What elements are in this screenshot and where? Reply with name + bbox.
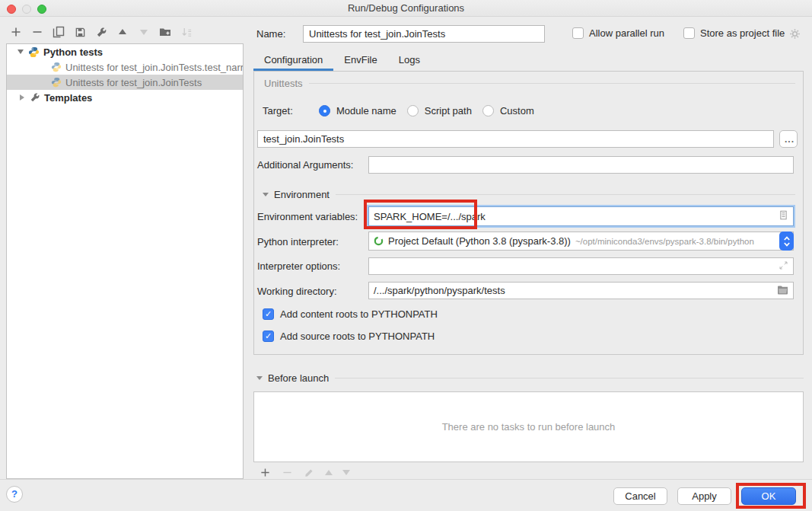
store-as-project-file-checkbox[interactable]: Store as project file bbox=[683, 27, 785, 39]
name-input[interactable] bbox=[303, 25, 545, 43]
tab-logs[interactable]: Logs bbox=[388, 50, 431, 71]
window-controls bbox=[7, 5, 46, 14]
working-directory-input[interactable]: /.../spark/python/pyspark/tests bbox=[368, 282, 794, 299]
checkbox-icon[interactable] bbox=[683, 27, 695, 39]
tree-item-templates[interactable]: Templates bbox=[7, 90, 243, 105]
tree-item-label: Unittests for test_join.JoinTests bbox=[65, 77, 202, 88]
divider bbox=[335, 378, 804, 378]
edit-variables-icon[interactable] bbox=[779, 210, 788, 222]
before-launch-task-list: There are no tasks to run before launch bbox=[253, 391, 804, 462]
before-launch-empty-text: There are no tasks to run before launch bbox=[442, 421, 616, 433]
unittests-group-header: Unittests bbox=[264, 78, 795, 89]
checkbox-checked-icon[interactable]: ✓ bbox=[263, 331, 274, 342]
divider bbox=[336, 194, 795, 195]
group-title: Unittests bbox=[264, 78, 303, 89]
checkbox-icon[interactable] bbox=[572, 27, 584, 39]
interpreter-options-input[interactable] bbox=[368, 257, 794, 275]
python-interpreter-label: Python interpreter: bbox=[257, 236, 339, 248]
working-directory-label: Working directory: bbox=[257, 286, 337, 297]
move-task-down-icon bbox=[342, 470, 350, 475]
interpreter-dropdown-stepper-icon[interactable] bbox=[779, 232, 794, 251]
expand-field-icon[interactable] bbox=[779, 260, 788, 273]
additional-arguments-label: Additional Arguments: bbox=[257, 159, 353, 171]
radio-label: Custom bbox=[500, 105, 534, 117]
radio-custom[interactable]: Custom bbox=[482, 105, 534, 117]
divider bbox=[309, 83, 795, 84]
remove-task-icon bbox=[281, 466, 293, 478]
close-window-button[interactable] bbox=[7, 5, 16, 14]
name-label: Name: bbox=[256, 28, 285, 40]
wrench-icon bbox=[30, 92, 40, 103]
environment-variables-input[interactable]: SPARK_HOME=/.../spark bbox=[368, 206, 794, 226]
python-run-config-icon bbox=[51, 62, 62, 72]
add-content-roots-checkbox[interactable]: ✓ Add content roots to PYTHONPATH bbox=[263, 308, 438, 320]
move-down-icon[interactable] bbox=[138, 26, 150, 38]
collapse-arrow-icon[interactable] bbox=[256, 376, 263, 380]
environment-variables-label: Environment variables: bbox=[257, 211, 358, 222]
add-task-icon[interactable] bbox=[259, 466, 271, 478]
ok-button[interactable]: OK bbox=[741, 487, 796, 505]
configurations-tree: Python tests Unittests for test_join.Joi… bbox=[6, 43, 244, 479]
radio-script-path[interactable]: Script path bbox=[407, 105, 472, 117]
store-settings-gear-icon[interactable] bbox=[788, 27, 801, 40]
tree-item-unittest-narrow[interactable]: Unittests for test_join.JoinTests.test_n… bbox=[7, 59, 243, 75]
edit-templates-icon[interactable] bbox=[95, 26, 107, 38]
configuration-tabs: Configuration EnvFile Logs bbox=[253, 50, 431, 71]
help-button[interactable]: ? bbox=[6, 486, 23, 503]
zoom-window-button[interactable] bbox=[37, 5, 46, 14]
radio-icon[interactable] bbox=[482, 105, 494, 117]
environment-variables-value: SPARK_HOME=/.../spark bbox=[374, 211, 779, 222]
save-configuration-icon[interactable] bbox=[74, 26, 86, 38]
window-title: Run/Debug Configurations bbox=[0, 0, 812, 16]
tree-item-python-tests[interactable]: Python tests bbox=[7, 44, 243, 59]
configuration-form: Unittests Target: Module name Script pat… bbox=[253, 71, 804, 355]
tab-envfile[interactable]: EnvFile bbox=[333, 50, 387, 71]
collapse-arrow-icon[interactable] bbox=[263, 193, 269, 196]
checkbox-checked-icon[interactable]: ✓ bbox=[263, 308, 274, 320]
working-directory-value: /.../spark/python/pyspark/tests bbox=[374, 285, 777, 296]
browse-module-button[interactable]: ... bbox=[779, 130, 798, 148]
conda-env-icon bbox=[374, 236, 384, 246]
checkbox-label: Allow parallel run bbox=[589, 27, 664, 39]
radio-icon[interactable] bbox=[407, 105, 419, 117]
new-folder-icon[interactable] bbox=[159, 26, 171, 38]
radio-label: Script path bbox=[425, 105, 472, 117]
tree-item-unittest-jointests[interactable]: Unittests for test_join.JoinTests bbox=[7, 75, 243, 90]
move-task-up-icon bbox=[325, 470, 333, 475]
add-source-roots-checkbox[interactable]: ✓ Add source roots to PYTHONPATH bbox=[263, 331, 435, 342]
module-name-input[interactable] bbox=[257, 130, 774, 148]
checkbox-label: Add source roots to PYTHONPATH bbox=[280, 331, 435, 342]
tree-item-label: Unittests for test_join.JoinTests.test_n… bbox=[65, 62, 243, 73]
move-up-icon[interactable] bbox=[116, 26, 129, 38]
edit-task-icon bbox=[303, 466, 315, 478]
add-configuration-icon[interactable] bbox=[10, 26, 22, 38]
sort-configurations-icon bbox=[180, 26, 193, 38]
minimize-window-button[interactable] bbox=[22, 5, 31, 14]
expand-arrow-icon[interactable] bbox=[20, 94, 24, 101]
interpreter-options-label: Interpreter options: bbox=[257, 260, 340, 272]
interpreter-value: Project Default (Python 3.8 (pyspark-3.8… bbox=[388, 235, 571, 247]
radio-icon[interactable] bbox=[319, 105, 330, 117]
apply-button[interactable]: Apply bbox=[677, 487, 731, 505]
copy-configuration-icon[interactable] bbox=[53, 26, 65, 38]
collapse-arrow-icon[interactable] bbox=[18, 50, 24, 54]
cancel-button[interactable]: Cancel bbox=[613, 487, 667, 505]
remove-configuration-icon[interactable] bbox=[31, 26, 43, 38]
python-icon bbox=[28, 46, 40, 58]
radio-label: Module name bbox=[336, 105, 396, 117]
tree-item-label: Python tests bbox=[43, 46, 103, 58]
radio-module-name[interactable]: Module name bbox=[319, 105, 396, 117]
title-bar: Run/Debug Configurations bbox=[0, 0, 812, 17]
allow-parallel-run-checkbox[interactable]: Allow parallel run bbox=[572, 27, 664, 39]
configurations-toolbar bbox=[10, 24, 193, 40]
tab-configuration[interactable]: Configuration bbox=[253, 50, 333, 71]
environment-section-header[interactable]: Environment bbox=[263, 189, 795, 200]
additional-arguments-input[interactable] bbox=[368, 156, 794, 174]
folder-browse-icon[interactable] bbox=[777, 285, 788, 297]
section-title: Before launch bbox=[268, 372, 329, 384]
before-launch-header[interactable]: Before launch bbox=[256, 372, 804, 384]
before-launch-toolbar bbox=[259, 465, 350, 479]
python-interpreter-select[interactable]: Project Default (Python 3.8 (pyspark-3.8… bbox=[368, 232, 794, 251]
python-run-config-icon bbox=[51, 77, 62, 88]
footer-divider bbox=[0, 479, 812, 480]
